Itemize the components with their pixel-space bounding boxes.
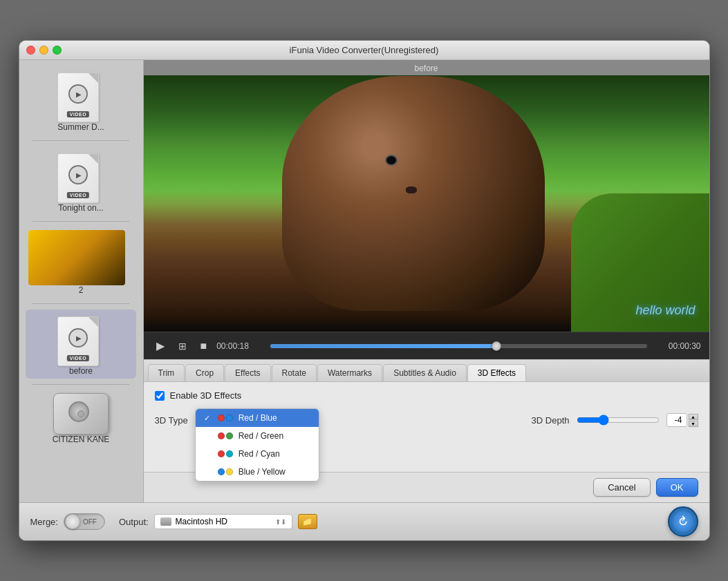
hdd-disk (68, 401, 93, 426)
depth-label: 3D Depth (532, 415, 570, 426)
convert-icon: ↻ (673, 513, 691, 531)
tab-crop[interactable]: Crop (185, 364, 224, 381)
progress-bar[interactable] (270, 344, 646, 348)
ok-button[interactable]: OK (656, 478, 698, 497)
toggle-knob (65, 514, 80, 529)
time-total: 00:00:30 (653, 341, 701, 351)
hdd-spindle (77, 410, 84, 417)
depth-section: 3D Depth -4 ▲ ▼ (532, 413, 698, 427)
cancel-button[interactable]: Cancel (593, 478, 650, 497)
file-icon-3: VIDEO (57, 312, 104, 366)
tab-trim[interactable]: Trim (148, 364, 185, 381)
tab-3d-effects[interactable]: 3D Effects (467, 364, 526, 381)
tabs-row: Trim Crop Effects Rotate Watermarks Subt… (144, 360, 709, 382)
groundhog-body (282, 76, 545, 311)
minimize-button[interactable] (39, 46, 48, 55)
sidebar-item-3[interactable]: VIDEO before (26, 309, 136, 379)
depth-value: -4 ▲ ▼ (666, 413, 698, 427)
play-circle-3 (68, 328, 88, 347)
check-icon-0: ✓ (204, 414, 212, 423)
hdd-mini-icon (160, 517, 171, 526)
dots-3 (218, 468, 233, 475)
file-icon-1: VIDEO (57, 149, 104, 203)
progress-fill (270, 344, 496, 348)
dot-y3 (226, 468, 233, 475)
dot-b3 (218, 468, 225, 475)
stop-button[interactable]: ■ (196, 339, 212, 354)
sidebar-item-4[interactable]: CITIZEN KANE (26, 390, 136, 447)
close-button[interactable] (26, 46, 35, 55)
time-current: 00:00:18 (216, 341, 265, 351)
step-down-button[interactable]: ▼ (689, 421, 698, 427)
sidebar-item-0[interactable]: VIDEO Summer D... (26, 66, 136, 135)
hdd-circles (68, 401, 93, 426)
sidebar-item-2[interactable]: 2 (26, 227, 136, 298)
enable-3d-checkbox[interactable] (155, 391, 165, 401)
toggle-text: OFF (83, 518, 97, 526)
file-page-1: VIDEO (57, 153, 99, 203)
type-label: 3D Type (155, 415, 188, 426)
merge-label: Merge: (30, 517, 58, 527)
dropdown-container: Red / Blue ✓ (202, 412, 299, 428)
step-up-button[interactable]: ▲ (689, 414, 698, 420)
option-blue-yellow[interactable]: Blue / Yellow (196, 463, 319, 481)
merge-toggle[interactable]: OFF (64, 513, 105, 530)
tab-subtitles[interactable]: Subtitles & Audio (383, 364, 467, 381)
dots-2 (218, 450, 233, 457)
option-red-green[interactable]: Red / Green (196, 427, 319, 445)
enable-row: Enable 3D Effects (155, 390, 698, 401)
settings-row: 3D Type Red / Blue (155, 412, 698, 428)
dots-0 (218, 415, 233, 421)
dot-g1 (226, 432, 233, 439)
folder-icon: 📁 (302, 517, 312, 526)
output-select[interactable]: Macintosh HD ⬆⬇ (154, 514, 292, 529)
title-bar: iFunia Video Converter(Unregistered) (19, 41, 709, 60)
tab-watermarks[interactable]: Watermarks (317, 364, 382, 381)
controls-bar: ▶ ⊞ ■ 00:00:18 00:00:30 (144, 332, 709, 359)
output-label: Output: (119, 517, 149, 527)
sidebar-item-1[interactable]: VIDEO Tonight on... (26, 146, 136, 216)
before-label: before (414, 64, 438, 73)
video-placeholder: hello world (144, 75, 709, 332)
depth-stepper: ▲ ▼ (689, 414, 698, 427)
file-page-3: VIDEO (57, 316, 99, 366)
tab-rotate[interactable]: Rotate (272, 364, 317, 381)
play-circle-1 (68, 165, 88, 184)
sidebar-label-4: CITIZEN KANE (53, 435, 110, 444)
convert-inner: ↻ (673, 511, 693, 532)
thumbnail-2 (28, 230, 125, 285)
dot-r0 (218, 415, 225, 421)
tab-effects[interactable]: Effects (225, 364, 270, 381)
sidebar-label-1: Tonight on... (58, 203, 103, 213)
dot-c2 (226, 450, 233, 457)
depth-number: -4 (666, 413, 687, 427)
output-value: Macintosh HD (176, 517, 227, 526)
option-red-blue[interactable]: ✓ Red / Blue (196, 409, 319, 427)
divider-2 (32, 303, 129, 304)
divider-1 (32, 221, 129, 222)
effects-panel: Enable 3D Effects 3D Type (144, 382, 709, 472)
main-container: VIDEO Summer D... VIDEO Tonight on... (19, 60, 709, 540)
option-label-1: Red / Green (239, 431, 283, 441)
divider-0 (32, 140, 129, 141)
output-section: Output: Macintosh HD ⬆⬇ 📁 (119, 514, 654, 529)
convert-button[interactable]: ↻ (668, 506, 698, 537)
sidebar-label-3: before (69, 366, 93, 376)
open-folder-button[interactable]: 📁 (298, 514, 317, 529)
option-red-cyan[interactable]: Red / Cyan (196, 445, 319, 463)
frame-step-button[interactable]: ⊞ (174, 339, 191, 353)
bottom-bar: Merge: OFF Output: Macintosh HD ⬆⬇ 📁 (19, 502, 709, 540)
dot-b0 (226, 415, 233, 421)
dropdown-arrow-icon: ⬆⬇ (275, 518, 286, 526)
depth-slider[interactable] (577, 415, 660, 426)
video-area: hello world (144, 75, 709, 332)
merge-section: Merge: OFF (30, 513, 105, 530)
window-title: iFunia Video Converter(Unregistered) (290, 45, 439, 55)
maximize-button[interactable] (53, 46, 62, 55)
right-panel: before hello world (144, 60, 709, 502)
app-window: iFunia Video Converter(Unregistered) VID… (19, 40, 710, 541)
groundhog-eye (385, 155, 398, 166)
video-badge-1: VIDEO (67, 192, 89, 198)
window-controls (26, 46, 62, 55)
play-button[interactable]: ▶ (152, 338, 169, 354)
